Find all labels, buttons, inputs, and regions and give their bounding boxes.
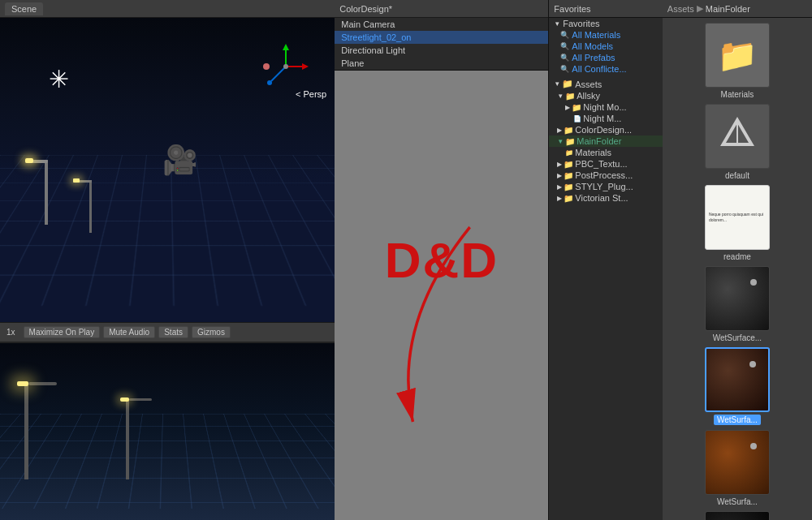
asset-wetsurface1[interactable]: WetSurface... bbox=[705, 266, 770, 342]
scene-tab[interactable]: Scene bbox=[5, 2, 43, 15]
materials-thumb: 📁 bbox=[705, 23, 770, 88]
game-grid bbox=[0, 414, 335, 520]
asset-default[interactable]: default bbox=[705, 104, 770, 180]
fav-header: ▼ Favorites bbox=[549, 18, 662, 29]
tree-nightm[interactable]: 📄 Night M... bbox=[549, 113, 662, 124]
svg-point-7 bbox=[263, 63, 270, 70]
wetsurface4-thumb bbox=[705, 511, 770, 520]
svg-point-6 bbox=[283, 64, 288, 69]
default-label: default bbox=[725, 171, 749, 180]
wetsurface3-thumb bbox=[705, 430, 770, 495]
wetsurface1-label: WetSurface... bbox=[713, 333, 762, 342]
assets-tree: ▼ 📁 Assets ▼📁 Allsky ▶📁 Night Mo... 📄 Ni… bbox=[549, 75, 662, 207]
tree-allsky[interactable]: ▼📁 Allsky bbox=[549, 90, 662, 101]
wetsurface3-label: WetSurfa... bbox=[717, 497, 758, 506]
camera-icon: 🎥 bbox=[162, 144, 198, 177]
persp-label: < Persp bbox=[296, 89, 326, 99]
scene-toolbar: 1x Maximize On Play Mute Audio Stats Giz… bbox=[0, 322, 335, 342]
zoom-label: 1x bbox=[6, 328, 15, 337]
game-lamp1 bbox=[24, 382, 28, 479]
favorites-title: Favorites bbox=[554, 4, 590, 14]
asset-readme[interactable]: Neque porro quisquam est qui dolorem... … bbox=[705, 185, 770, 261]
svg-line-4 bbox=[271, 67, 286, 81]
tree-nightmo[interactable]: ▶📁 Night Mo... bbox=[549, 101, 662, 113]
favorites-section: ▼ Favorites 🔍 All Materials 🔍 All Models… bbox=[549, 18, 662, 75]
sphere-highlight1 bbox=[750, 279, 757, 286]
svg-marker-1 bbox=[283, 44, 289, 50]
sphere-highlight2 bbox=[749, 361, 756, 367]
tree-colordesign[interactable]: ▶📁 ColorDesign... bbox=[549, 124, 662, 135]
tree-mainfolder[interactable]: ▼📁 MainFolder bbox=[549, 135, 662, 147]
project-panel: Favorites ▼ Favorites 🔍 All Materials 🔍 … bbox=[548, 0, 662, 520]
wetsurface2-thumb bbox=[705, 347, 770, 412]
asset-wetsurface2[interactable]: WetSurfa... bbox=[705, 347, 770, 425]
scene-viewport[interactable]: ✳ 🎥 bbox=[0, 18, 335, 322]
fav-all-models[interactable]: 🔍 All Models bbox=[549, 41, 662, 52]
stats-button[interactable]: Stats bbox=[158, 326, 188, 338]
wetsurface2-label: WetSurfa... bbox=[714, 415, 761, 425]
game-lamp2 bbox=[126, 398, 129, 479]
assets-breadcrumb-assets: Assets bbox=[667, 4, 694, 14]
game-viewport[interactable] bbox=[0, 342, 335, 520]
svg-marker-3 bbox=[302, 63, 309, 70]
readme-label: readme bbox=[723, 252, 751, 261]
grid-floor bbox=[0, 155, 335, 322]
unity-icon bbox=[717, 116, 758, 157]
fav-all-conflicte[interactable]: 🔍 All Conflicte... bbox=[549, 63, 662, 75]
street-lamp-scene bbox=[45, 160, 48, 225]
gizmos-button[interactable]: Gizmos bbox=[192, 326, 231, 338]
materials-label: Materials bbox=[721, 90, 754, 99]
tree-victorian[interactable]: ▶📁 Victorian St... bbox=[549, 192, 662, 204]
assets-breadcrumb-mainfolder: MainFolder bbox=[706, 4, 750, 14]
fav-all-prefabs[interactable]: 🔍 All Prefabs bbox=[549, 52, 662, 63]
scene-header: Scene bbox=[0, 0, 335, 18]
tree-styly[interactable]: ▶📁 STYLY_Plug... bbox=[549, 181, 662, 192]
mute-button[interactable]: Mute Audio bbox=[103, 326, 155, 338]
scene-column: Scene ✳ 🎥 bbox=[0, 0, 335, 520]
wetsurface1-thumb bbox=[705, 266, 770, 331]
asset-wetsurface3[interactable]: WetSurfa... bbox=[705, 430, 770, 506]
folder-icon: 📁 bbox=[717, 37, 758, 75]
tree-materials[interactable]: 📁 Materials bbox=[549, 147, 662, 158]
dnd-label: D&D bbox=[385, 231, 499, 289]
project-header: Favorites bbox=[549, 0, 662, 18]
asset-wetsurface4[interactable]: WetSurfa... bbox=[705, 511, 770, 520]
asset-materials[interactable]: 📁 Materials bbox=[705, 23, 770, 99]
breadcrumb-sep1: ▶ bbox=[697, 3, 703, 14]
street-lamp-scene2 bbox=[89, 180, 92, 233]
default-thumb bbox=[705, 104, 770, 169]
assets-grid: 📁 Materials default Neque porro bbox=[663, 18, 812, 520]
tree-pbc[interactable]: ▶📁 PBC_Textu... bbox=[549, 158, 662, 170]
readme-thumb: Neque porro quisquam est qui dolorem... bbox=[705, 185, 770, 250]
sphere-highlight3 bbox=[750, 443, 757, 449]
sun-icon: ✳ bbox=[49, 65, 69, 93]
tree-postprocess[interactable]: ▶📁 PostProcess... bbox=[549, 170, 662, 181]
readme-text: Neque porro quisquam est qui dolorem... bbox=[706, 208, 769, 226]
maximize-button[interactable]: Maximize On Play bbox=[24, 326, 101, 338]
fav-all-materials[interactable]: 🔍 All Materials bbox=[549, 29, 662, 41]
svg-point-5 bbox=[267, 80, 272, 85]
assets-header: Assets ▶ MainFolder bbox=[663, 0, 812, 18]
assets-panel: Assets ▶ MainFolder 📁 Materials bbox=[663, 0, 812, 520]
dnd-panel: ColorDesign* Main Camera Streetlight_02_… bbox=[335, 0, 548, 520]
assets-tree-header: ▼ 📁 Assets bbox=[549, 78, 662, 90]
gizmo-widget[interactable] bbox=[261, 42, 310, 91]
